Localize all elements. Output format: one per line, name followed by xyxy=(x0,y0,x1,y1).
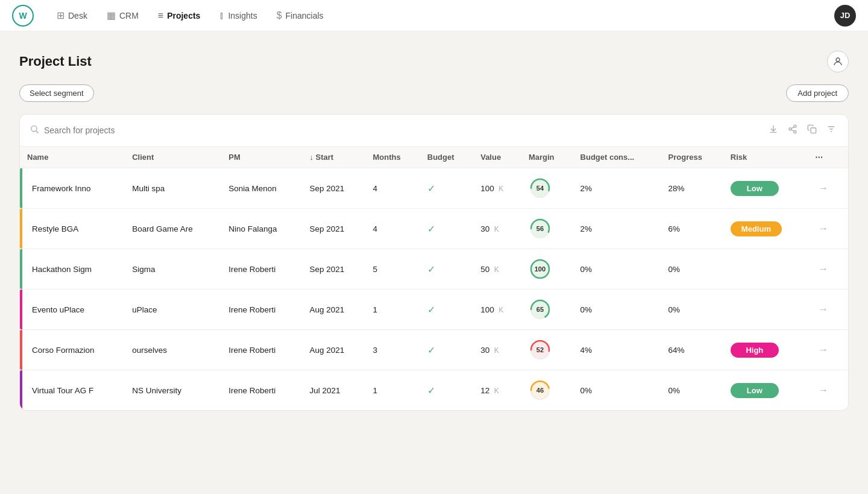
nav-item-desk[interactable]: ⊞ Desk xyxy=(48,6,96,25)
margin-circle: 52 xyxy=(529,338,552,361)
cell-client: Multi spa xyxy=(125,168,221,209)
crm-icon: ▦ xyxy=(107,10,116,21)
search-input[interactable] xyxy=(44,125,761,135)
row-arrow-button[interactable]: → xyxy=(815,222,832,235)
row-arrow-button[interactable]: → xyxy=(815,303,832,316)
cell-risk xyxy=(723,249,808,290)
col-header-margin[interactable]: Margin xyxy=(521,147,573,168)
cell-pm: Sonia Menon xyxy=(221,168,302,209)
cell-arrow[interactable]: → xyxy=(808,290,848,330)
table-row: Corso Formazion ourselves Irene Roberti … xyxy=(20,330,848,370)
share-button[interactable] xyxy=(785,122,800,139)
toolbar: Select segment Add project xyxy=(19,84,849,102)
cell-client: Sigma xyxy=(125,249,221,290)
col-header-name[interactable]: Name xyxy=(20,147,125,168)
table-header-row: Name Client PM ↓ Start Months Budget Val… xyxy=(20,147,848,168)
cell-budget: ✓ xyxy=(420,249,473,290)
cell-margin: 100 xyxy=(521,249,573,290)
cell-budget-cons: 0% xyxy=(573,370,661,411)
table-row: Framework Inno Multi spa Sonia Menon Sep… xyxy=(20,168,848,209)
cell-arrow[interactable]: → xyxy=(808,168,848,209)
col-header-months[interactable]: Months xyxy=(366,147,420,168)
cell-risk: Low xyxy=(723,168,808,209)
financials-icon: $ xyxy=(277,10,282,21)
cell-months: 4 xyxy=(366,209,420,249)
nav-items: ⊞ Desk ▦ CRM ≡ Projects ⫿ Insights $ Fin… xyxy=(48,6,829,25)
cell-client: NS University xyxy=(125,370,221,411)
col-header-budget-cons[interactable]: Budget cons... xyxy=(573,147,661,168)
cell-arrow[interactable]: → xyxy=(808,249,848,290)
svg-point-1 xyxy=(31,126,37,131)
risk-badge: Medium xyxy=(731,221,782,236)
table-row: Hackathon Sigm Sigma Irene Roberti Sep 2… xyxy=(20,249,848,290)
nav-label-crm: CRM xyxy=(119,11,139,21)
col-header-client[interactable]: Client xyxy=(125,147,221,168)
svg-point-0 xyxy=(836,58,840,62)
cell-progress: 0% xyxy=(661,370,723,411)
select-segment-button[interactable]: Select segment xyxy=(19,84,94,102)
svg-point-3 xyxy=(794,125,796,127)
row-arrow-button[interactable]: → xyxy=(815,182,832,195)
nav-item-financials[interactable]: $ Financials xyxy=(268,7,332,25)
risk-badge: Low xyxy=(731,383,779,398)
col-header-more[interactable]: ⋯ xyxy=(808,147,848,168)
table-row: Virtual Tour AG F NS University Irene Ro… xyxy=(20,370,848,411)
filter-button[interactable] xyxy=(824,122,838,139)
cell-name: Virtual Tour AG F xyxy=(20,370,125,411)
cell-value: 50 K xyxy=(473,249,521,290)
page: Project List Select segment Add project xyxy=(0,31,868,430)
logo[interactable]: W xyxy=(12,5,34,27)
col-header-progress[interactable]: Progress xyxy=(661,147,723,168)
cell-budget: ✓ xyxy=(420,370,473,411)
add-project-button[interactable]: Add project xyxy=(786,84,849,102)
margin-circle: 46 xyxy=(529,379,552,402)
row-arrow-button[interactable]: → xyxy=(815,262,832,276)
cell-arrow[interactable]: → xyxy=(808,330,848,370)
copy-button[interactable] xyxy=(805,122,819,139)
budget-checkmark: ✓ xyxy=(427,183,435,194)
budget-checkmark: ✓ xyxy=(427,345,435,355)
search-actions xyxy=(766,122,838,139)
col-header-start[interactable]: ↓ Start xyxy=(302,147,365,168)
search-icon xyxy=(30,124,39,136)
row-arrow-button[interactable]: → xyxy=(815,384,832,397)
cell-name: Evento uPlace xyxy=(20,290,125,330)
cell-client: Board Game Are xyxy=(125,209,221,249)
cell-start: Jul 2021 xyxy=(302,370,365,411)
project-table-container: Name Client PM ↓ Start Months Budget Val… xyxy=(19,114,849,411)
col-header-pm[interactable]: PM xyxy=(221,147,302,168)
cell-arrow[interactable]: → xyxy=(808,209,848,249)
cell-progress: 6% xyxy=(661,209,723,249)
nav-item-insights[interactable]: ⫿ Insights xyxy=(211,7,265,25)
margin-circle: 100 xyxy=(529,258,552,280)
avatar[interactable]: JD xyxy=(834,5,856,27)
cell-months: 3 xyxy=(366,330,420,370)
search-bar xyxy=(20,115,848,147)
cell-months: 5 xyxy=(366,249,420,290)
col-header-budget[interactable]: Budget xyxy=(420,147,473,168)
svg-line-6 xyxy=(791,130,794,131)
col-header-value[interactable]: Value xyxy=(473,147,521,168)
cell-progress: 0% xyxy=(661,290,723,330)
table-row: Restyle BGA Board Game Are Nino Falanga … xyxy=(20,209,848,249)
cell-value: 30 K xyxy=(473,209,521,249)
download-button[interactable] xyxy=(766,122,781,139)
cell-progress: 28% xyxy=(661,168,723,209)
table-row: Evento uPlace uPlace Irene Roberti Aug 2… xyxy=(20,290,848,330)
row-arrow-button[interactable]: → xyxy=(815,343,832,356)
cell-arrow[interactable]: → xyxy=(808,370,848,411)
nav-item-projects[interactable]: ≡ Projects xyxy=(149,7,209,25)
cell-start: Sep 2021 xyxy=(302,249,365,290)
nav-item-crm[interactable]: ▦ CRM xyxy=(98,6,147,25)
cell-risk xyxy=(723,290,808,330)
col-header-risk[interactable]: Risk xyxy=(723,147,808,168)
cell-risk: Medium xyxy=(723,209,808,249)
top-navigation: W ⊞ Desk ▦ CRM ≡ Projects ⫿ Insights $ F… xyxy=(0,0,868,31)
cell-budget-cons: 2% xyxy=(573,209,661,249)
person-icon-button[interactable] xyxy=(827,51,849,72)
nav-label-desk: Desk xyxy=(68,11,87,21)
svg-rect-8 xyxy=(811,128,816,133)
cell-value: 12 K xyxy=(473,370,521,411)
cell-pm: Irene Roberti xyxy=(221,370,302,411)
cell-pm: Irene Roberti xyxy=(221,330,302,370)
